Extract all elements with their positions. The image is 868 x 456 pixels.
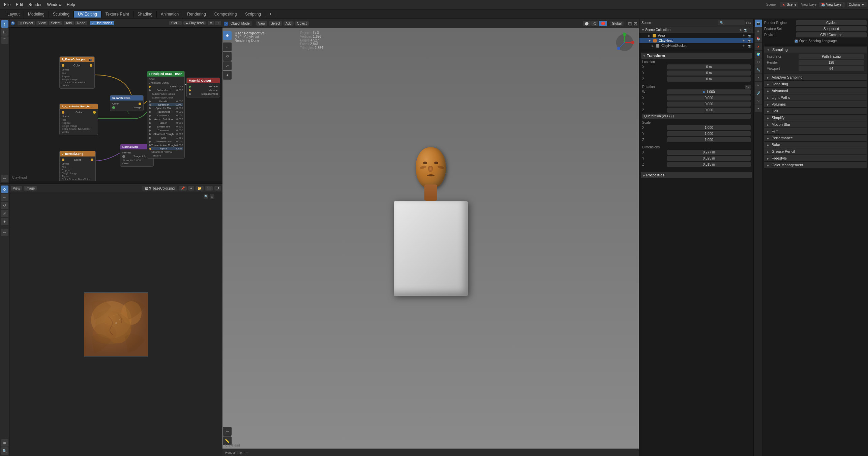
prop-tab-particles[interactable]: • [755,74,762,81]
prop-tab-constraints[interactable]: 🔗 [755,89,762,97]
loc-x-value[interactable]: 0 m [667,64,751,69]
prop-tab-data[interactable]: ▽ [755,97,762,105]
prop-tab-scene[interactable]: 🔺 [755,43,762,50]
node-select-btn[interactable]: Select [49,21,62,25]
simplify-header[interactable]: Simplify [764,115,867,121]
hair-header[interactable]: Hair [764,108,867,114]
outliner-item-area[interactable]: ▶ Area 👁 📷 [639,33,753,38]
uv-content[interactable]: 🔍 ⊟ [9,193,222,456]
adaptive-sampling-header[interactable]: Adaptive Sampling [764,74,867,80]
advanced-header[interactable]: Advanced [764,88,867,94]
rot-z-value[interactable]: 0.000 [667,108,751,113]
quaternion-mode[interactable]: Quaternion (WXYZ) [642,114,751,119]
viewport-shading-solid[interactable]: ⬤ [583,21,591,26]
transform-header[interactable]: Transform [641,53,752,59]
tab-animation[interactable]: Animation [157,11,183,18]
prop-tab-physics[interactable]: ≋ [755,82,762,89]
motion-blur-header[interactable]: Motion Blur [764,121,867,127]
outliner-item-clayhead[interactable]: ▼ ClayHead 👁 📷 [639,38,753,43]
prop-tab-output[interactable]: 🖨 [755,27,762,35]
browse-material[interactable]: ⊕ [208,21,214,25]
menu-window[interactable]: Window [44,2,64,8]
uv-zoom-in[interactable]: 🔍 [204,194,208,199]
node-principled-bsdf[interactable]: Principled BSDF BSDF GGX Christiaan-Burl… [147,71,185,159]
tool-annotate[interactable]: ✏ [1,175,8,182]
viewport-view-btn[interactable]: View [256,21,268,26]
node-separate-rgb[interactable]: Separate RGB Color Image [110,95,144,111]
node-basecolor[interactable]: 9_BaseColor.png 📷 Color Linear [59,56,95,89]
menu-edit[interactable]: Edit [13,2,26,8]
node-canvas[interactable]: 9_BaseColor.png 📷 Color Linear [9,28,222,181]
node-material-output[interactable]: Material Output Surface Volume [186,78,220,97]
denoising-header[interactable]: Denoising [764,81,867,87]
tab-add[interactable]: + [265,11,276,18]
viewport-select-btn[interactable]: Select [269,21,282,26]
uv-tool-select[interactable]: ⊹ [1,186,8,193]
scale-y-value[interactable]: 1.000 [667,131,751,136]
integrator-value[interactable]: Path Tracing [799,54,864,59]
menu-help[interactable]: Help [64,2,78,8]
film-header[interactable]: Film [764,128,867,134]
uv-tool-cursor[interactable]: ⊕ [1,439,8,447]
scale-x-value[interactable]: 1.000 [667,125,751,130]
tab-modeling[interactable]: Modeling [24,11,49,18]
device-value[interactable]: GPU Compute [796,32,867,37]
dim-z-value[interactable]: 0.515 m [667,162,751,167]
tool-lasso[interactable]: ⌒ [1,36,8,44]
node-add-btn[interactable]: Add [64,21,74,25]
render-engine-value[interactable]: Cycles [796,20,867,25]
outliner-filter[interactable]: ⊟ [746,21,749,25]
node-node-btn[interactable]: Node [75,21,87,25]
prop-tab-modifier[interactable]: 🔧 [755,66,762,74]
light-paths-header[interactable]: Light Paths [764,94,867,101]
menu-file[interactable]: File [1,2,13,8]
viewport-shading-material[interactable]: ⬡ [591,21,598,26]
viewport-shading-rendered[interactable]: 🔴 [599,21,607,26]
object-mode-selector[interactable]: Object Mode [229,21,252,26]
viewport-global-selector[interactable]: Global [610,21,624,26]
uv-image-btn[interactable]: Image [24,186,37,191]
tab-uv-editing[interactable]: UV Editing [74,11,101,18]
uv-tool-move[interactable]: ↔ [1,194,8,201]
rot-y-value[interactable]: 0.000 [667,102,751,107]
tool-select[interactable]: ⊹ [1,20,8,28]
viewport-3d[interactable]: ⊕ ↔ ↺ ⤢ ✦ ✏ 📏 User Perspective (1) 9 | C… [222,28,639,449]
volumes-header[interactable]: Volumes [764,101,867,107]
properties-section-header[interactable]: Transform Properties [641,172,752,178]
bake-header[interactable]: Bake [764,142,867,148]
loc-z-value[interactable]: 0 m [667,77,751,82]
slot-selector[interactable]: Slot 1 [169,21,182,25]
node-roughness[interactable]: 9_a_occlusionRoughn... Color Linear Flat [59,104,98,135]
freestyle-header[interactable]: Freestyle [764,155,867,161]
viewport-samples-value[interactable]: 64 [799,66,864,71]
prop-tab-render[interactable]: 📷 [755,20,762,27]
dim-y-value[interactable]: 0.325 m [667,156,751,161]
loc-y-value[interactable]: 0 m [667,70,751,76]
outliner-item-clayheadsocket[interactable]: ▶ ClayHeadSocket 👁 📷 [639,43,753,48]
rot-x-value[interactable]: 0.000 [667,95,751,101]
rot-w-value[interactable]: 1.000 [667,89,751,94]
viewport-object-btn[interactable]: Object [295,21,309,26]
uv-pack[interactable]: ⬛ [205,186,213,191]
prop-tab-world[interactable]: 🌍 [755,51,762,58]
tab-shading[interactable]: Shading [133,11,157,18]
use-nodes-toggle[interactable]: ✓ Use Nodes [90,21,114,25]
tab-sculpting[interactable]: Sculpting [49,11,74,18]
uv-tool-transform[interactable]: ✦ [1,218,8,225]
tab-layout[interactable]: Layout [3,11,24,18]
render-samples-value[interactable]: 128 [799,60,864,65]
uv-zoom-out[interactable]: ⊟ [210,194,214,199]
viewport-add-btn[interactable]: Add [283,21,294,26]
uv-open[interactable]: 📂 [196,186,204,191]
tab-texture-paint[interactable]: Texture Paint [101,11,133,18]
menu-render[interactable]: Render [26,2,44,8]
uv-image-selector[interactable]: 🖼 9_baseColor.png [142,186,177,191]
prop-tab-object[interactable]: ⬡ [755,58,762,66]
open-shading-checkbox[interactable] [795,39,798,43]
new-material[interactable]: + [215,21,221,25]
outliner-search[interactable] [718,20,745,25]
uv-tool-rotate[interactable]: ↺ [1,202,8,209]
prop-tab-material[interactable]: ● [755,105,762,112]
tool-box[interactable]: ☐ [1,28,8,36]
viewport-overlay-toggle[interactable]: ⊞ [628,21,632,26]
